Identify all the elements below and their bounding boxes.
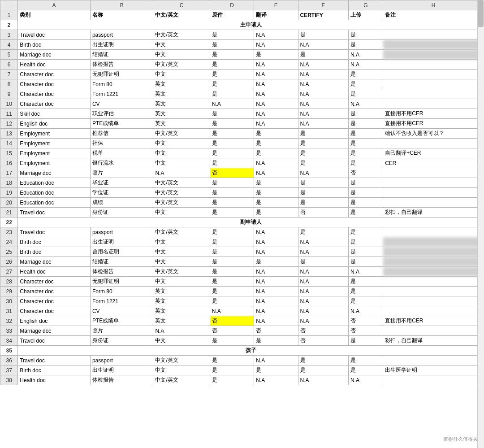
table-row: 11Skill doc职业评估英文是N.AN.A是直接用不用CER <box>0 109 484 119</box>
cell-c-13: 中文/英文 <box>153 129 210 139</box>
cell-a-20: Education doc <box>18 198 91 208</box>
table-row: 38Health doc体检报告中文/英文是N.AN.AN.A <box>0 375 484 385</box>
cell-b-21: 身份证 <box>90 208 153 217</box>
header-cell-c: 中文/英文 <box>153 10 210 20</box>
col-letter-c[interactable]: C <box>153 0 210 10</box>
cell-h-10 <box>383 99 484 109</box>
cell-f-33: 否 <box>298 326 348 336</box>
row-number: 20 <box>0 198 18 208</box>
table-row: 20Education doc成绩中文/英文是是是是 <box>0 198 484 208</box>
cell-d-11: 是 <box>210 109 254 119</box>
cell-d-26: 是 <box>210 257 254 267</box>
cell-b-14: 社保 <box>90 139 153 148</box>
col-letter-e[interactable]: E <box>254 0 298 10</box>
cell-g-25: 是 <box>348 247 383 257</box>
cell-b-20: 成绩 <box>90 198 153 208</box>
cell-f-8: N.A <box>298 79 348 89</box>
scrollbar[interactable] <box>477 0 484 448</box>
section-header-main: 2 主申请人 <box>0 20 484 30</box>
cell-h-16: CER <box>383 158 484 168</box>
cell-f-30: N.A <box>298 296 348 306</box>
col-letter-h[interactable]: H <box>383 0 484 10</box>
cell-g-12: 是 <box>348 119 383 129</box>
cell-e-12: N.A <box>254 119 298 129</box>
table-row: 29Character docForm 80英文是N.AN.A是 <box>0 287 484 296</box>
cell-f-5: 是 <box>298 50 348 60</box>
cell-g-6: N.A <box>348 60 383 70</box>
cell-e-11: N.A <box>254 109 298 119</box>
row-number: 23 <box>0 227 18 237</box>
cell-f-14: 是 <box>298 139 348 148</box>
table-row: 3Travel docpassport中文/英文是N.A是是 <box>0 30 484 40</box>
cell-b-34: 身份证 <box>90 336 153 346</box>
scrollbar-thumb[interactable] <box>478 0 484 27</box>
cell-e-8: N.A <box>254 79 298 89</box>
cell-c-4: 中文 <box>153 40 210 50</box>
cell-a-38: Health doc <box>18 375 91 385</box>
cell-g-7: 是 <box>348 70 383 79</box>
cell-f-38: N.A <box>298 375 348 385</box>
table-row: 15Employment税单中文是是是是自己翻译+CER <box>0 148 484 158</box>
table-row: 25Birth doc曾用名证明中文是N.AN.A是■■■■■■■■ <box>0 247 484 257</box>
table-row: 24Birth doc出生证明中文是N.AN.A是■■■■■■■■ <box>0 237 484 247</box>
cell-a-12: English doc <box>18 119 91 129</box>
cell-h-21: 彩扫，自己翻译 <box>383 208 484 217</box>
cell-e-29: N.A <box>254 287 298 296</box>
cell-g-17: 否 <box>348 168 383 178</box>
header-cell-f: CERTIFY <box>298 10 348 20</box>
cell-b-7: 无犯罪证明 <box>90 70 153 79</box>
cell-e-30: N.A <box>254 296 298 306</box>
cell-h-3 <box>383 30 484 40</box>
col-letter-b[interactable]: B <box>90 0 153 10</box>
cell-c-6: 中文/英文 <box>153 60 210 70</box>
cell-c-20: 中文/英文 <box>153 198 210 208</box>
cell-a-34: Travel doc <box>18 336 91 346</box>
header-cell-d: 原件 <box>210 10 254 20</box>
cell-g-26: 是 <box>348 257 383 267</box>
cell-h-34: 彩扫，自己翻译 <box>383 336 484 346</box>
cell-d-19: 是 <box>210 188 254 198</box>
cell-a-25: Birth doc <box>18 247 91 257</box>
cell-b-30: Form 1221 <box>90 296 153 306</box>
cell-c-14: 中文 <box>153 139 210 148</box>
cell-b-12: PTE成绩单 <box>90 119 153 129</box>
cell-f-36: 是 <box>298 356 348 365</box>
cell-f-4: N.A <box>298 40 348 50</box>
col-letter-f[interactable]: F <box>298 0 348 10</box>
cell-d-5: 是 <box>210 50 254 60</box>
cell-f-25: N.A <box>298 247 348 257</box>
cell-d-30: 是 <box>210 296 254 306</box>
table-row: 27Health doc体检报告中文/英文是N.AN.AN.A■■■■■■■■ <box>0 267 484 277</box>
cell-d-3: 是 <box>210 30 254 40</box>
row-number: 12 <box>0 119 18 129</box>
cell-g-15: 是 <box>348 148 383 158</box>
cell-e-38: N.A <box>254 375 298 385</box>
section-header-child: 35孩子 <box>0 346 484 356</box>
table-row: 17Marriage doc照片N.A否N.AN.A否 <box>0 168 484 178</box>
cell-g-36: 是 <box>348 356 383 365</box>
col-letter-g[interactable]: G <box>348 0 383 10</box>
row-number: 36 <box>0 356 18 365</box>
table-row: 19Education doc学位证中文/英文是是是是 <box>0 188 484 198</box>
cell-c-21: 中文 <box>153 208 210 217</box>
table-row: 37Birth doc出生证明中文是是是是出生医学证明 <box>0 365 484 375</box>
cell-f-3: 是 <box>298 30 348 40</box>
table-row: 14Employment社保中文是是是是 <box>0 139 484 148</box>
col-letter-d[interactable]: D <box>210 0 254 10</box>
cell-g-14: 是 <box>348 139 383 148</box>
cell-d-15: 是 <box>210 148 254 158</box>
cell-d-13: 是 <box>210 129 254 139</box>
table-row: 36Travel docpassport中文/英文是N.A是是 <box>0 356 484 365</box>
cell-b-26: 结婚证 <box>90 257 153 267</box>
cell-a-24: Birth doc <box>18 237 91 247</box>
cell-g-18: 是 <box>348 178 383 188</box>
cell-e-20: 是 <box>254 198 298 208</box>
cell-g-9: 是 <box>348 89 383 99</box>
cell-f-17: N.A <box>298 168 348 178</box>
cell-f-26: 是 <box>298 257 348 267</box>
cell-c-28: 中文 <box>153 277 210 287</box>
cell-c-15: 中文 <box>153 148 210 158</box>
col-letter-a[interactable]: A <box>18 0 91 10</box>
cell-g-31: N.A <box>348 306 383 316</box>
cell-c-33: N.A <box>153 326 210 336</box>
